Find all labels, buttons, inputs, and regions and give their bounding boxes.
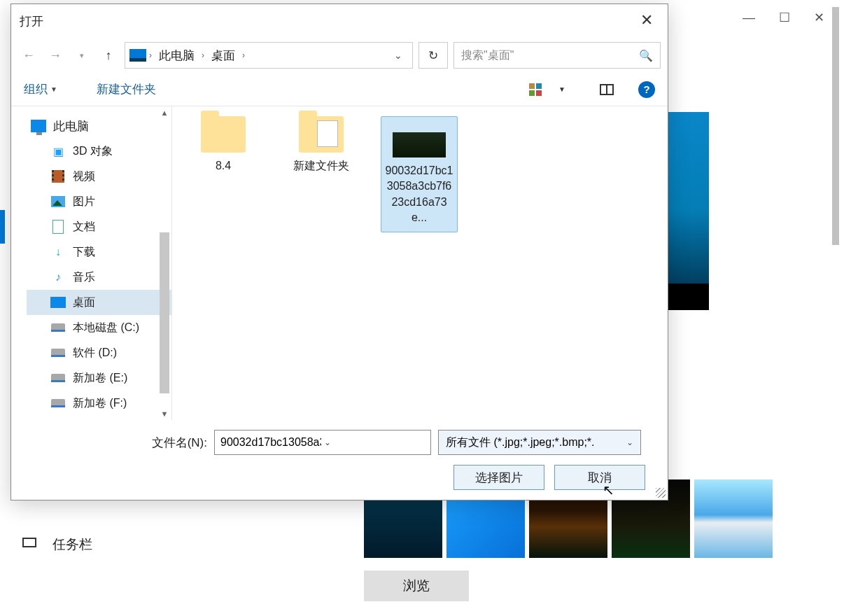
tree-drive-d[interactable]: 软件 (D:) — [27, 340, 171, 365]
sidebar-item-taskbar[interactable]: 任务栏 — [52, 536, 92, 554]
file-name: 8.4 — [185, 158, 262, 174]
search-field[interactable] — [461, 49, 639, 62]
file-name: 90032d17bc13058a3cb7f623cd16a73e... — [384, 163, 454, 226]
folder-icon — [201, 116, 246, 153]
preview-pane-icon — [600, 84, 614, 95]
chevron-right-icon: › — [149, 50, 152, 60]
back-button[interactable]: ← — [18, 45, 39, 66]
breadcrumb-history-dropdown[interactable]: ⌄ — [388, 50, 408, 61]
chevron-down-icon: ▼ — [50, 85, 57, 93]
dialog-close-button[interactable]: ✕ — [633, 11, 661, 29]
nav-scrollbar[interactable]: ▲ ▼ — [157, 106, 171, 420]
filename-label: 文件名(N): — [11, 435, 207, 451]
breadcrumb-desktop[interactable]: 桌面 — [207, 45, 239, 66]
wallpaper-preview-border — [668, 284, 709, 310]
folder-icon — [299, 116, 344, 153]
close-button[interactable]: ✕ — [814, 10, 824, 25]
chevron-down-icon[interactable]: ⌄ — [324, 438, 425, 447]
navigation-pane: 此电脑 ▣3D 对象 视频 图片 文档 ↓下载 ♪音乐 桌面 本地磁盘 (C:)… — [11, 106, 172, 420]
scroll-up-icon[interactable]: ▲ — [159, 106, 170, 119]
open-file-dialog: 打开 ✕ ← → ▾ ↑ › 此电脑 › 桌面 › ⌄ ↻ 🔍 组织▼ 新建文件… — [10, 4, 668, 500]
tree-music[interactable]: ♪音乐 — [27, 265, 171, 290]
tree-drive-e[interactable]: 新加卷 (E:) — [27, 365, 171, 391]
scroll-down-icon[interactable]: ▼ — [159, 407, 170, 420]
chevron-right-icon: › — [202, 50, 204, 60]
browse-button[interactable]: 浏览 — [364, 570, 469, 601]
wallpaper-preview — [668, 112, 709, 308]
image-file-item[interactable]: 90032d17bc13058a3cb7f623cd16a73e... — [381, 116, 458, 232]
tree-desktop[interactable]: 桌面 — [27, 290, 171, 315]
search-icon: 🔍 — [639, 49, 653, 62]
refresh-button[interactable]: ↻ — [419, 42, 448, 69]
tree-videos[interactable]: 视频 — [27, 164, 171, 189]
dialog-title: 打开 — [11, 4, 668, 38]
folder-item[interactable]: 新建文件夹 — [283, 116, 360, 174]
location-icon — [129, 49, 146, 62]
view-mode-button[interactable] — [525, 79, 546, 100]
maximize-button[interactable]: ☐ — [779, 10, 790, 25]
organize-menu[interactable]: 组织▼ — [24, 81, 57, 97]
file-name: 新建文件夹 — [283, 158, 360, 174]
resize-grip[interactable] — [656, 488, 666, 498]
file-list[interactable]: 8.4 新建文件夹 90032d17bc13058a3cb7f623cd16a7… — [172, 106, 668, 420]
chevron-right-icon: › — [242, 50, 245, 60]
tiles-icon — [529, 83, 542, 96]
view-dropdown[interactable]: ▼ — [551, 79, 572, 100]
dialog-nav-bar: ← → ▾ ↑ › 此电脑 › 桌面 › ⌄ ↻ 🔍 — [11, 38, 668, 73]
sidebar-active-indicator — [0, 210, 5, 244]
filename-value: 90032d17bc13058a3cb7f623cd1 — [220, 436, 321, 449]
help-button[interactable]: ? — [638, 81, 655, 98]
minimize-button[interactable]: — — [743, 10, 755, 25]
scroll-thumb[interactable] — [160, 232, 169, 393]
filetype-select[interactable]: 所有文件 (*.jpg;*.jpeg;*.bmp;*. ⌄ — [438, 430, 641, 455]
search-input[interactable]: 🔍 — [453, 42, 661, 69]
cancel-button[interactable]: 取消 — [554, 465, 645, 490]
folder-item[interactable]: 8.4 — [185, 116, 262, 174]
taskbar-icon — [22, 538, 36, 547]
filename-input[interactable]: 90032d17bc13058a3cb7f623cd1 ⌄ — [214, 430, 431, 455]
dialog-footer: 文件名(N): 90032d17bc13058a3cb7f623cd1 ⌄ 所有… — [11, 420, 668, 500]
dialog-toolbar: 组织▼ 新建文件夹 ▼ ? — [11, 73, 668, 106]
breadcrumb[interactable]: › 此电脑 › 桌面 › ⌄ — [125, 42, 413, 69]
chevron-down-icon: ⌄ — [626, 438, 633, 447]
tree-drive-f[interactable]: 新加卷 (F:) — [27, 391, 171, 416]
tree-this-pc[interactable]: 此电脑 — [27, 113, 171, 139]
up-button[interactable]: ↑ — [98, 45, 119, 66]
tree-downloads[interactable]: ↓下载 — [27, 239, 171, 265]
wallpaper-thumb[interactable] — [694, 479, 773, 558]
image-thumbnail — [393, 132, 446, 158]
scrollbar[interactable] — [832, 7, 843, 609]
new-folder-button[interactable]: 新建文件夹 — [97, 81, 156, 97]
recent-dropdown[interactable]: ▾ — [71, 45, 92, 66]
preview-pane-button[interactable] — [596, 79, 617, 100]
open-button[interactable]: 选择图片 — [453, 465, 544, 490]
tree-3d-objects[interactable]: ▣3D 对象 — [27, 139, 171, 164]
forward-button[interactable]: → — [45, 45, 66, 66]
tree-drive-c[interactable]: 本地磁盘 (C:) — [27, 315, 171, 340]
breadcrumb-pc[interactable]: 此电脑 — [155, 45, 199, 66]
tree-documents[interactable]: 文档 — [27, 214, 171, 239]
tree-pictures[interactable]: 图片 — [27, 189, 171, 214]
